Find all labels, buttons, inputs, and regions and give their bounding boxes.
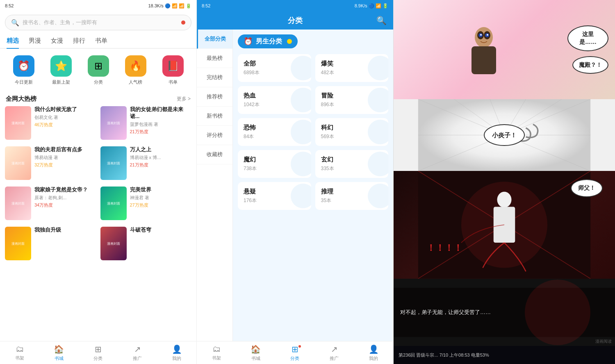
nav2-mine-label: 我的 bbox=[369, 355, 378, 362]
cat-card-all[interactable]: 全部 6898本 bbox=[238, 54, 311, 82]
book-title-8: 斗破苍穹 bbox=[130, 227, 192, 234]
tab-nvman[interactable]: 女漫 bbox=[51, 34, 63, 48]
book-title-7: 我独自升级 bbox=[34, 227, 96, 234]
new-shelf-icon: ⭐ bbox=[50, 55, 72, 77]
tab-nanman[interactable]: 男漫 bbox=[29, 34, 41, 48]
sidebar-rated[interactable]: 评分榜 bbox=[197, 126, 232, 145]
cat-card-fantasy[interactable]: 玄幻 335本 bbox=[315, 150, 389, 178]
popularity-label: 人气榜 bbox=[129, 79, 142, 85]
category-search-icon[interactable]: 🔍 bbox=[376, 16, 387, 25]
book-cover-8: 漫画封面 bbox=[100, 227, 127, 260]
booklist-icon: 📕 bbox=[162, 55, 184, 77]
search-box[interactable]: 🔍 搜书名、作者、主角，一搜即有 bbox=[5, 15, 191, 30]
manga-char-1 bbox=[400, 25, 567, 74]
nav2-bookcity[interactable]: 🏠 书城 bbox=[236, 344, 276, 362]
sidebar-all-categories[interactable]: 全部分类 bbox=[197, 30, 232, 49]
cat-card-horror[interactable]: 恐怖 84本 bbox=[238, 118, 311, 146]
cat-card-detective[interactable]: 推理 35本 bbox=[315, 182, 389, 210]
male-category-badge bbox=[287, 39, 292, 44]
book-author-6: 神漫君 著 bbox=[130, 195, 192, 201]
nav2-bookshelf-icon: 🗂 bbox=[212, 344, 221, 354]
manga-panel-3[interactable]: 师父！ ！！！！ bbox=[394, 171, 615, 279]
manga-panel-2[interactable]: 小炎子！ bbox=[394, 99, 615, 171]
panel-category: 8:52 8.9K/s 🔵 📶 🔋 分类 🔍 全部分类 最热榜 完结榜 推荐榜 … bbox=[197, 0, 394, 364]
promote-label: 推广 bbox=[133, 355, 142, 362]
cat-card-bg-2 bbox=[368, 56, 388, 80]
tab-paihang[interactable]: 排行 bbox=[73, 34, 85, 48]
sidebar-completed[interactable]: 完结榜 bbox=[197, 68, 232, 87]
cat-card-adventure[interactable]: 冒险 896本 bbox=[315, 86, 389, 114]
list-item[interactable]: 漫画封面 我家娘子竟然是女帝？ 原著：老狗,刺... 34万热度 bbox=[5, 187, 96, 220]
tab-shudan[interactable]: 书单 bbox=[95, 34, 107, 48]
book-row-1: 漫画封面 我什么时候无敌了 创易文化 著 46万热度 漫画封面 我的女徒弟们都是… bbox=[5, 106, 191, 140]
icon-popularity[interactable]: 🔥 人气榜 bbox=[125, 55, 146, 85]
icon-daily-update[interactable]: ⏰ 今日更新 bbox=[13, 55, 34, 85]
new-shelf-label: 最新上架 bbox=[52, 79, 70, 85]
nav2-bookshelf[interactable]: 🗂 书架 bbox=[197, 344, 236, 361]
book-heat-3: 32万热度 bbox=[34, 162, 96, 168]
nav-bookcity-btn[interactable]: 🏠 书城 bbox=[39, 344, 79, 362]
category-main: ⏰ 男生分类 全部 6898本 爆笑 482本 热血 1042本 bbox=[233, 30, 393, 341]
category-header: 分类 🔍 bbox=[197, 11, 393, 30]
list-item[interactable]: 漫画封面 我独自升级 bbox=[5, 227, 96, 260]
list-item[interactable]: 漫画封面 完美世界 神漫君 著 27万热度 bbox=[100, 187, 192, 220]
list-item[interactable]: 漫画封面 万人之上 博易动漫 x 博... 21万热度 bbox=[100, 146, 192, 180]
nav2-category[interactable]: ⊞ 分类 bbox=[276, 344, 315, 362]
list-item[interactable]: 漫画封面 我的女徒弟们都是未来诸... 菠萝包漫画 著 21万热度 bbox=[100, 106, 192, 140]
network-2: 8.9K/s 🔵 📶 🔋 bbox=[355, 3, 388, 9]
cat-card-magic[interactable]: 魔幻 738本 bbox=[238, 150, 311, 178]
cat-card-bg-9 bbox=[291, 184, 311, 208]
bookshelf-icon: 🗂 bbox=[16, 344, 24, 354]
daily-update-label: 今日更新 bbox=[15, 79, 33, 85]
mine-label: 我的 bbox=[172, 355, 181, 362]
sidebar-collected[interactable]: 收藏榜 bbox=[197, 145, 232, 164]
manga-panels-container: 这里是…… 魔殿？！ bbox=[394, 0, 615, 346]
nav-bookshelf[interactable]: 🗂 书架 bbox=[0, 344, 39, 361]
book-heat-5: 34万热度 bbox=[34, 202, 96, 208]
icon-new-shelf[interactable]: ⭐ 最新上架 bbox=[50, 55, 72, 85]
sidebar-recommended[interactable]: 推荐榜 bbox=[197, 87, 232, 107]
search-mic[interactable] bbox=[181, 20, 185, 25]
nav2-bookcity-icon: 🏠 bbox=[251, 344, 261, 354]
nav2-bookcity-label: 书城 bbox=[251, 355, 260, 362]
more-link[interactable]: 更多 > bbox=[177, 96, 191, 102]
search-icon: 🔍 bbox=[11, 19, 19, 27]
nav2-promote-label: 推广 bbox=[330, 355, 339, 362]
list-item[interactable]: 漫画封面 我的夫君后宫有点多 博易动漫 著 32万热度 bbox=[5, 146, 96, 180]
nav2-promote[interactable]: ↗ 推广 bbox=[314, 344, 354, 362]
category-sidebar: 全部分类 最热榜 完结榜 推荐榜 新书榜 评分榜 收藏榜 bbox=[197, 30, 233, 341]
nav-promote[interactable]: ↗ 推广 bbox=[118, 344, 157, 362]
nav2-mine[interactable]: 👤 我的 bbox=[354, 344, 393, 362]
book-author-3: 博易动漫 著 bbox=[34, 155, 96, 161]
panel-manga-reader[interactable]: 这里是…… 魔殿？！ bbox=[394, 0, 615, 364]
nav2-mine-icon: 👤 bbox=[369, 344, 379, 354]
bookcity-label: 书城 bbox=[55, 355, 64, 362]
cat-card-scifi[interactable]: 科幻 569本 bbox=[315, 118, 389, 146]
nav-category-btn[interactable]: ⊞ 分类 bbox=[79, 344, 118, 362]
male-category-title: 男生分类 bbox=[256, 37, 282, 46]
cat-card-action[interactable]: 热血 1042本 bbox=[238, 86, 311, 114]
book-title-2: 我的女徒弟们都是未来诸... bbox=[130, 106, 192, 120]
list-item[interactable]: 漫画封面 我什么时候无敌了 创易文化 著 46万热度 bbox=[5, 106, 96, 140]
bottom-nav-1: 🗂 书架 🏠 书城 ⊞ 分类 ↗ 推广 👤 我的 bbox=[0, 341, 196, 364]
list-item[interactable]: 漫画封面 斗破苍穹 bbox=[100, 227, 192, 260]
cat-card-mystery[interactable]: 悬疑 176本 bbox=[238, 182, 311, 210]
male-category-icon: ⏰ bbox=[244, 37, 253, 46]
bottom-nav-2: 🗂 书架 🏠 书城 ⊞ 分类 ↗ 推广 👤 我的 bbox=[197, 341, 393, 364]
cat-card-comedy[interactable]: 爆笑 482本 bbox=[315, 54, 389, 82]
manga-panel-4[interactable]: 对不起，弟子无能，让师父受苦了…… 漫画阅读 bbox=[394, 279, 615, 346]
sidebar-new[interactable]: 新书榜 bbox=[197, 107, 232, 126]
category-title: 分类 bbox=[288, 16, 303, 25]
category-icon: ⊞ bbox=[88, 55, 109, 77]
tab-jingxuan[interactable]: 精选 bbox=[7, 34, 19, 48]
book-info-1: 我什么时候无敌了 创易文化 著 46万热度 bbox=[34, 106, 96, 140]
nav-mine[interactable]: 👤 我的 bbox=[157, 344, 196, 362]
cat-card-bg-7 bbox=[291, 152, 311, 176]
book-title-6: 完美世界 bbox=[130, 187, 192, 193]
sidebar-hottest[interactable]: 最热榜 bbox=[197, 49, 232, 68]
icon-category[interactable]: ⊞ 分类 bbox=[88, 55, 109, 85]
icon-booklist[interactable]: 📕 书单 bbox=[162, 55, 184, 85]
manga-panel-1[interactable]: 这里是…… 魔殿？！ bbox=[394, 0, 615, 99]
popularity-icon: 🔥 bbox=[125, 55, 146, 77]
time-2: 8:52 bbox=[202, 3, 210, 8]
